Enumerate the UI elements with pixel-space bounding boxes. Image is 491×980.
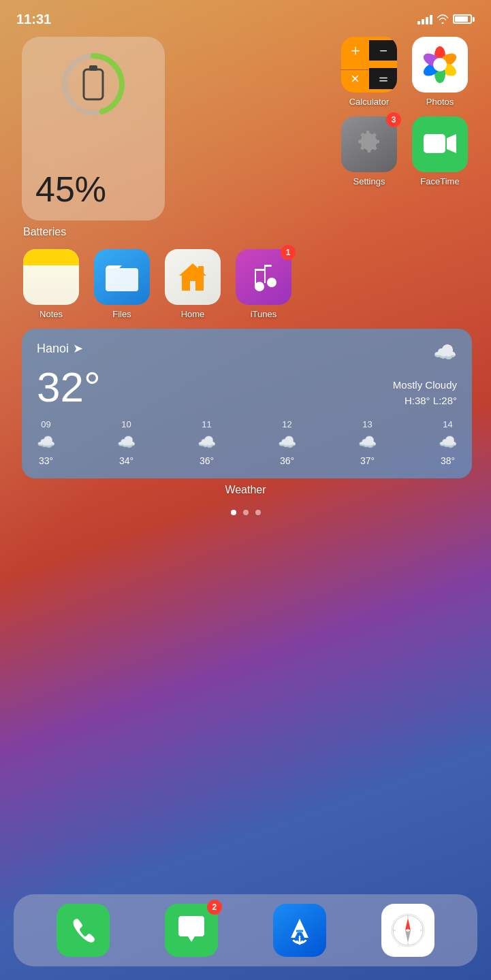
files-icon — [94, 249, 150, 305]
battery-widget-icon — [59, 50, 127, 118]
itunes-badge: 1 — [281, 245, 296, 260]
calculator-label: Calculator — [349, 97, 390, 107]
itunes-icon: 1 — [236, 249, 291, 305]
weather-temperature: 32° — [37, 366, 101, 408]
dock-app-phone[interactable] — [56, 904, 110, 957]
svg-marker-12 — [447, 134, 456, 153]
dock-app-messages[interactable]: 2 — [164, 904, 219, 957]
status-time: 11:31 — [16, 12, 51, 27]
svg-point-16 — [255, 282, 264, 291]
app-notes[interactable]: Notes — [22, 249, 80, 319]
signal-bar-3 — [426, 17, 428, 24]
page-dot-2[interactable] — [243, 510, 249, 515]
home-label: Home — [181, 309, 205, 319]
weather-widget[interactable]: Hanoi ➤ ☁️ 32° Mostly Cloudy H:38° L:28°… — [22, 329, 472, 478]
facetime-label: FaceTime — [420, 176, 459, 186]
forecast-item: 10 ☁️ 34° — [117, 419, 136, 466]
safari-icon — [381, 904, 434, 957]
batteries-widget-label: Batteries — [23, 226, 66, 238]
dock-app-appstore[interactable] — [272, 904, 327, 957]
phone-battery-icon — [82, 65, 104, 103]
battery-percentage: 45% — [35, 172, 106, 207]
weather-description: Mostly Cloudy H:38° L:28° — [393, 378, 457, 408]
svg-rect-15 — [198, 266, 204, 274]
weather-forecast: 09 ☁️ 33° 10 ☁️ 34° 11 ☁️ 36° 12 ☁️ 36° … — [37, 419, 457, 466]
home-icon — [165, 249, 221, 305]
calculator-icon: ＋ － × ＝ — [341, 37, 397, 93]
wifi-icon — [437, 14, 449, 24]
appstore-icon — [273, 904, 326, 957]
app-facetime[interactable]: FaceTime — [411, 116, 469, 186]
weather-widget-label: Weather — [20, 484, 471, 496]
messages-badge: 2 — [207, 900, 222, 915]
signal-bar-2 — [422, 19, 424, 24]
forecast-item: 09 ☁️ 33° — [37, 419, 55, 466]
signal-bars-icon — [417, 14, 432, 24]
settings-icon: 3 — [341, 116, 397, 172]
dock: 2 — [14, 894, 477, 966]
app-itunes[interactable]: 1 iTunes — [234, 249, 293, 319]
app-calculator[interactable]: ＋ － × ＝ Calculator — [340, 37, 398, 107]
right-apps-column: ＋ － × ＝ Calculator — [177, 37, 469, 220]
svg-rect-21 — [255, 269, 266, 271]
settings-label: Settings — [353, 176, 385, 186]
settings-badge: 3 — [386, 112, 401, 127]
battery-widget[interactable]: 45% — [22, 37, 165, 220]
app-settings[interactable]: 3 Settings — [340, 116, 398, 186]
svg-rect-3 — [89, 65, 97, 71]
location-arrow-icon: ➤ — [73, 341, 83, 356]
page-dot-1[interactable] — [231, 510, 236, 515]
signal-bar-4 — [430, 15, 432, 24]
second-app-row: Notes Files — [20, 249, 471, 319]
notes-icon — [23, 249, 79, 305]
svg-point-17 — [267, 278, 276, 287]
phone-icon — [57, 904, 110, 957]
app-files[interactable]: Files — [93, 249, 151, 319]
signal-bar-1 — [417, 21, 420, 24]
svg-rect-2 — [84, 69, 103, 99]
status-icons — [417, 14, 475, 24]
svg-rect-11 — [424, 134, 445, 153]
messages-icon: 2 — [165, 904, 218, 957]
page-dots — [20, 510, 471, 515]
forecast-item: 14 ☁️ 38° — [439, 419, 457, 466]
photos-label: Photos — [426, 97, 454, 107]
status-bar: 11:31 — [0, 0, 491, 30]
battery-icon — [453, 14, 475, 24]
page-dot-3[interactable] — [255, 510, 261, 515]
facetime-icon — [412, 116, 468, 172]
notes-label: Notes — [39, 309, 63, 319]
app-home[interactable]: Home — [163, 249, 222, 319]
weather-cloud-icon: ☁️ — [433, 341, 457, 363]
photos-icon — [412, 37, 468, 93]
dock-app-safari[interactable] — [381, 904, 435, 957]
forecast-item: 11 ☁️ 36° — [197, 419, 216, 466]
svg-rect-19 — [264, 265, 266, 283]
svg-rect-20 — [255, 269, 256, 287]
forecast-item: 13 ☁️ 37° — [358, 419, 377, 466]
files-label: Files — [112, 309, 131, 319]
app-photos[interactable]: Photos — [411, 37, 469, 107]
weather-city: Hanoi ➤ — [37, 341, 83, 356]
svg-point-10 — [433, 58, 447, 71]
svg-rect-13 — [106, 268, 138, 291]
itunes-label: iTunes — [251, 309, 277, 319]
forecast-item: 12 ☁️ 36° — [278, 419, 296, 466]
